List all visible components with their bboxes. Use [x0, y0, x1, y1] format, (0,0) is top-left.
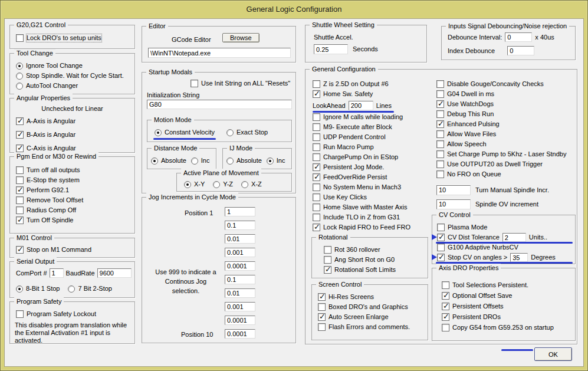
checkbox-row[interactable]: Lock Rapid FRO to Feed FRO — [313, 222, 431, 232]
checkbox[interactable] — [318, 293, 326, 301]
jog-increment-input[interactable] — [225, 221, 255, 230]
browse-button[interactable]: Browse — [222, 33, 259, 42]
checkbox[interactable] — [16, 186, 24, 194]
checkbox[interactable] — [313, 80, 320, 88]
checkbox-row[interactable]: UDP Pendent Control — [313, 132, 431, 142]
checkbox[interactable] — [313, 143, 320, 151]
cv-dist-tolerance-row[interactable]: CV Dist Tolerance Units.. — [437, 232, 575, 242]
checkbox[interactable] — [436, 150, 444, 158]
checkbox[interactable] — [442, 281, 449, 289]
checkbox[interactable] — [436, 140, 444, 148]
radio[interactable] — [151, 157, 158, 165]
radio-row[interactable]: Y-Z — [213, 179, 233, 189]
checkbox[interactable] — [313, 214, 320, 221]
lookahead-row[interactable]: LookAhead Lines — [313, 99, 431, 112]
radio[interactable] — [16, 63, 23, 70]
checkbox[interactable] — [313, 203, 320, 211]
checkbox[interactable] — [313, 153, 320, 161]
radio-row[interactable]: Stop Spindle. Wait for Cycle Start. — [16, 71, 134, 81]
checkbox[interactable] — [324, 266, 331, 274]
radio[interactable] — [241, 181, 248, 188]
radio[interactable] — [184, 181, 191, 188]
checkbox[interactable] — [318, 313, 326, 321]
checkbox[interactable] — [313, 224, 320, 231]
checkbox-row[interactable]: Turn Off Spindle — [16, 215, 134, 225]
checkbox[interactable] — [436, 170, 444, 178]
checkbox-row[interactable]: No System Menu in Mach3 — [313, 182, 431, 192]
checkbox[interactable] — [318, 303, 326, 311]
checkbox-row[interactable]: Set Charge Pump to 5Khz - Laser Stndby — [436, 149, 574, 159]
checkbox-row[interactable]: Boxed DRO's and Graphics — [318, 302, 428, 312]
checkbox[interactable] — [16, 206, 24, 214]
checkbox-row[interactable]: Disable Gouge/Concavity Checks — [436, 79, 574, 89]
checkbox[interactable] — [313, 90, 320, 98]
radio[interactable] — [226, 129, 234, 136]
jog-increment-input[interactable] — [225, 329, 255, 339]
checkbox[interactable] — [436, 80, 444, 88]
baudrate-input[interactable] — [97, 268, 132, 278]
checkbox-row[interactable]: ChargePump On in EStop — [313, 152, 431, 162]
checkbox-row[interactable]: Home Sw. Safety — [313, 89, 431, 99]
checkbox-row[interactable]: B-Axis is Angular — [16, 130, 134, 140]
jog-increment-input[interactable] — [225, 248, 255, 257]
checkbox-row[interactable]: M9- Execute after Block — [313, 122, 431, 132]
checkbox-row[interactable]: Allow Wave Files — [436, 129, 574, 139]
checkbox[interactable] — [16, 131, 24, 139]
jog-increment-input[interactable] — [225, 275, 255, 284]
checkbox[interactable] — [436, 160, 444, 168]
checkbox-row[interactable]: A-Axis is Angular — [16, 116, 134, 126]
radio-row[interactable]: AutoTool Changer — [16, 81, 134, 91]
jog-increment-input[interactable] — [225, 316, 255, 325]
checkbox[interactable] — [16, 216, 24, 224]
checkbox-row[interactable]: Remove Tool Offset — [16, 195, 134, 205]
checkbox-row[interactable]: Home Slave with Master Axis — [313, 202, 431, 212]
radio-row[interactable]: 8-Bit 1 Stop — [16, 284, 60, 294]
checkbox-row[interactable]: Perform G92.1 — [16, 185, 134, 195]
checkbox[interactable] — [313, 163, 320, 171]
shuttle-accel-input[interactable] — [314, 44, 348, 54]
checkbox-row[interactable]: Radius Comp Off — [16, 205, 134, 215]
checkbox[interactable] — [437, 254, 445, 261]
radio[interactable] — [16, 73, 23, 80]
radio-row[interactable]: 7 Bit 2-Stop — [68, 284, 111, 294]
checkbox[interactable] — [437, 224, 445, 231]
manual-spindle-row[interactable]: Turn Manual Spindle Incr. — [436, 184, 574, 196]
radio[interactable] — [226, 157, 234, 165]
radio-row[interactable]: Exact Stop — [226, 127, 268, 137]
manual-spindle-input[interactable] — [436, 185, 471, 195]
checkbox[interactable] — [437, 244, 445, 251]
checkbox[interactable] — [436, 120, 444, 128]
checkbox[interactable] — [436, 100, 444, 108]
checkbox-row[interactable]: Ang Short Rot on G0 — [324, 255, 428, 265]
checkbox-row[interactable]: Persistent DROs — [442, 312, 575, 322]
checkbox[interactable] — [313, 113, 320, 121]
jog-increment-input[interactable] — [225, 288, 255, 298]
checkbox-row[interactable]: Lock DRO's to setup units — [16, 33, 134, 43]
spindle-ov-row[interactable]: Spindle OV increment — [436, 198, 574, 210]
jog-increment-input[interactable] — [225, 207, 255, 216]
checkbox-row[interactable]: Allow Speech — [436, 139, 574, 149]
checkbox-row[interactable]: Auto Screen Enlarge — [318, 312, 428, 322]
lookahead-input[interactable] — [349, 101, 373, 110]
checkbox-row[interactable]: Use OUTPUT20 as Dwell Trigger — [436, 159, 574, 169]
checkbox[interactable] — [324, 246, 331, 254]
comport-input[interactable] — [50, 268, 64, 278]
checkbox[interactable] — [442, 324, 449, 331]
radio-row[interactable]: Ignore Tool Change — [16, 61, 134, 71]
radio-row[interactable]: Inc — [191, 156, 210, 166]
checkbox-row[interactable]: Program Safety Lockout — [16, 309, 134, 319]
cv-dist-tolerance-input[interactable] — [502, 233, 526, 242]
checkbox[interactable] — [442, 313, 449, 321]
checkbox-row[interactable]: Rotational Soft Limits — [324, 265, 428, 275]
checkbox[interactable] — [190, 80, 198, 87]
index-debounce-input[interactable] — [507, 46, 534, 55]
checkbox-row[interactable]: Persistent Jog Mode. — [313, 162, 431, 172]
debounce-interval-input[interactable] — [505, 32, 532, 42]
editor-path-input[interactable] — [148, 48, 291, 58]
checkbox[interactable] — [313, 123, 320, 131]
radio-row[interactable]: Absolute — [151, 156, 186, 166]
radio[interactable] — [16, 285, 23, 293]
checkbox-row[interactable]: Include TLO in Z from G31 — [313, 212, 431, 222]
checkbox-row[interactable]: G04 Dwell in ms — [436, 89, 574, 99]
spindle-ov-input[interactable] — [436, 199, 471, 209]
